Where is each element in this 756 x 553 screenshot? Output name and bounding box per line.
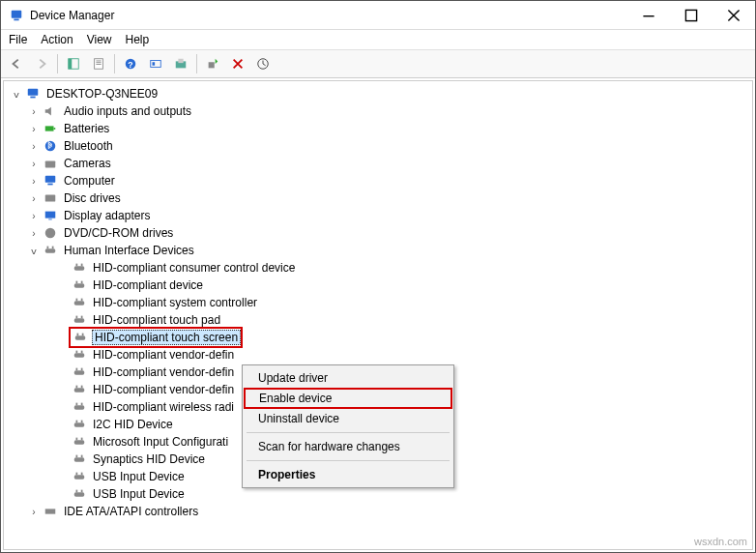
chevron-right-icon[interactable]: › [27,139,41,153]
menu-scan-hardware[interactable]: Scan for hardware changes [245,436,451,457]
forward-button[interactable] [30,52,53,75]
bluetooth-icon [43,138,58,154]
svg-rect-42 [76,299,78,302]
menu-view[interactable]: View [87,33,112,46]
tree-root-label: DESKTOP-Q3NEE09 [44,87,160,101]
tree-category[interactable]: ›Audio inputs and outputs [6,102,750,120]
svg-rect-18 [28,89,39,96]
tree-device[interactable]: HID-compliant vendor-defin [6,346,750,364]
camera-icon [43,156,58,171]
show-hide-console-tree-button[interactable] [62,52,85,75]
chevron-right-icon[interactable]: › [27,505,41,518]
svg-rect-32 [45,248,56,252]
svg-rect-41 [74,301,85,305]
chevron-right-icon[interactable]: › [27,226,41,240]
svg-rect-9 [96,64,101,65]
svg-rect-52 [81,351,83,354]
tree-device[interactable]: HID-compliant consumer control device [6,259,750,276]
uninstall-device-button[interactable] [226,52,249,75]
svg-rect-64 [81,421,83,423]
hid-icon [72,312,87,328]
menu-update-driver[interactable]: Update driver [245,367,451,389]
enable-device-button[interactable] [201,52,224,75]
tree-category[interactable]: ›Display adapters [6,207,750,224]
menu-action[interactable]: Action [41,33,73,46]
svg-rect-25 [45,176,56,183]
svg-rect-38 [74,283,85,287]
chevron-right-icon[interactable]: › [27,209,41,222]
hid-icon [72,469,87,484]
svg-rect-48 [77,334,79,336]
tree-root[interactable]: ⅴ DESKTOP-Q3NEE09 [6,85,750,102]
computer-icon [25,86,41,102]
chevron-right-icon[interactable]: › [27,122,41,135]
minimize-button[interactable] [627,1,670,30]
svg-rect-8 [96,62,101,63]
svg-rect-29 [48,219,52,220]
tree-category[interactable]: ›Disc drives [6,189,750,207]
chevron-down-icon[interactable]: ⅴ [27,244,41,257]
svg-rect-67 [81,438,83,441]
properties-button[interactable] [87,52,110,75]
svg-rect-20 [45,126,54,131]
menu-enable-device[interactable]: Enable device [244,388,452,409]
svg-rect-47 [75,335,86,339]
tree-category[interactable]: ›Cameras [6,155,750,172]
svg-rect-1 [14,18,18,20]
svg-rect-58 [81,386,83,389]
hid-icon [43,243,58,258]
back-button[interactable] [5,52,28,75]
svg-rect-75 [76,490,78,493]
titlebar: Device Manager [1,1,755,30]
menubar: File Action View Help [1,30,755,49]
tree-category[interactable]: ›Computer [6,172,750,189]
update-driver-button[interactable] [169,52,192,75]
scan-hardware-button[interactable] [144,52,167,75]
svg-rect-56 [74,388,85,392]
tree-device[interactable]: HID-compliant system controller [6,294,750,311]
svg-rect-12 [151,61,161,68]
menu-uninstall-device[interactable]: Uninstall device [245,408,451,429]
menu-help[interactable]: Help [126,33,150,46]
hid-icon [72,260,87,276]
hid-icon [72,277,87,293]
tree-category[interactable]: ›IDE ATA/ATAPI controllers [6,503,750,520]
hid-icon [72,486,87,502]
svg-rect-21 [54,128,56,130]
svg-rect-65 [74,440,85,444]
svg-rect-5 [69,59,73,70]
ide-icon [43,504,58,519]
battery-icon [43,121,58,136]
svg-rect-2 [643,15,654,16]
svg-rect-63 [76,421,78,423]
maximize-button[interactable] [670,1,712,30]
speaker-icon [43,103,58,119]
svg-rect-7 [96,61,101,62]
svg-rect-69 [76,455,78,458]
chevron-right-icon[interactable]: › [27,191,41,205]
menu-file[interactable]: File [9,33,27,46]
tree-category[interactable]: ›DVD/CD-ROM drives [6,224,750,242]
svg-rect-70 [81,455,83,458]
computer-icon [43,173,58,189]
svg-point-31 [49,232,51,234]
tree-category-hid[interactable]: ⅴHuman Interface Devices [6,242,750,259]
tree-device[interactable]: HID-compliant device [6,276,750,294]
help-button[interactable]: ? [119,52,142,75]
tree-category[interactable]: ›Bluetooth [6,137,750,155]
menu-properties[interactable]: Properties [245,464,451,485]
svg-point-24 [48,162,52,166]
chevron-down-icon[interactable]: ⅴ [10,87,23,101]
hid-icon [72,417,87,432]
close-button[interactable] [712,1,755,30]
chevron-right-icon[interactable]: › [27,157,41,170]
svg-rect-55 [81,368,83,371]
svg-rect-34 [52,247,54,249]
svg-rect-28 [45,212,56,218]
tree-device-selected[interactable]: HID-compliant touch screen [6,329,750,346]
chevron-right-icon[interactable]: › [27,104,41,118]
app-icon [9,8,24,23]
scan-for-changes-button[interactable] [251,52,275,75]
tree-category[interactable]: ›Batteries [6,120,750,137]
chevron-right-icon[interactable]: › [27,174,41,188]
